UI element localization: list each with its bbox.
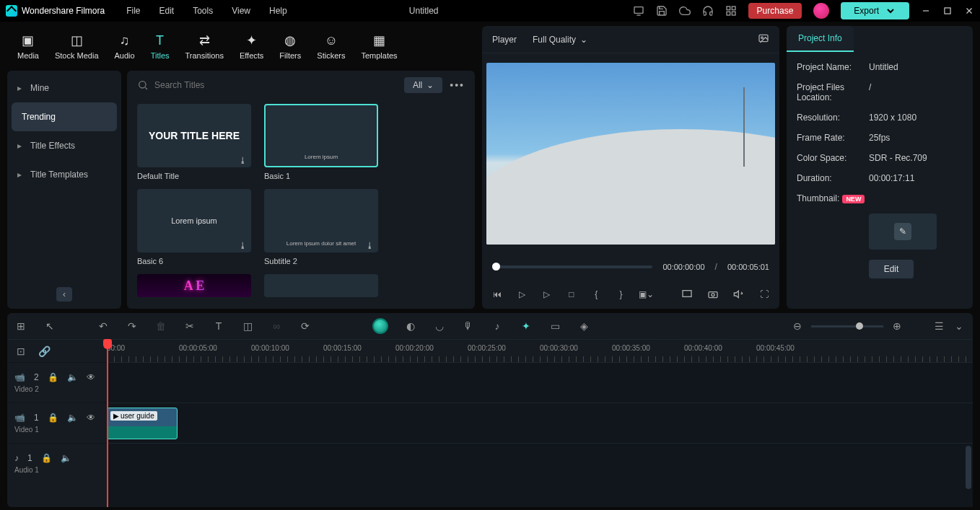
timeline-ruler[interactable]: 00:00 00:00:05:00 00:00:10:00 00:00:15:0… [107,340,973,362]
mute-icon[interactable]: 🔈 [61,453,71,463]
search-input[interactable] [154,80,397,90]
scrub-handle[interactable] [492,263,500,271]
category-mine[interactable]: ▸Mine [7,74,121,102]
download-icon[interactable]: ⭳ [366,241,374,250]
maximize-button[interactable] [942,6,953,16]
title-item[interactable]: A E [137,274,251,297]
collapse-sidebar-button[interactable]: ‹ [56,287,72,302]
title-thumbnail[interactable]: Lorem ipsum [264,104,378,167]
track-lane[interactable] [107,443,973,483]
scrub-track[interactable] [492,265,652,268]
download-icon[interactable]: ⭳ [239,241,247,250]
mark-out-button[interactable]: } [616,289,626,299]
cloud-icon[interactable] [679,5,691,17]
grid-icon[interactable] [725,5,737,17]
tab-media[interactable]: ▣Media [17,32,39,60]
zoom-in-button[interactable]: ⊕ [891,320,904,332]
cut-button[interactable]: ✂ [183,320,196,332]
playhead[interactable] [107,339,108,507]
close-button[interactable] [964,6,974,16]
vertical-scrollbar[interactable] [966,446,971,489]
music-button[interactable]: ♪ [491,320,504,332]
link-button[interactable]: ∞ [270,320,283,332]
title-thumbnail[interactable]: Lorem ipsum⭳ [137,189,251,252]
tab-transitions[interactable]: ⇄Transitions [185,32,224,60]
ai-avatar-icon[interactable] [372,318,388,334]
purchase-button[interactable]: Purchase [748,3,802,19]
record-button[interactable]: ▭ [548,320,561,332]
text-button[interactable]: T [212,320,225,332]
title-item[interactable]: Lorem ipsum⭳ Basic 6 [137,189,251,265]
quality-select[interactable]: Full Quality⌄ [533,35,587,45]
zoom-slider[interactable] [811,325,883,327]
camera-icon[interactable] [707,289,719,300]
more-options-button[interactable]: ••• [450,79,465,91]
menu-tools[interactable]: Tools [193,6,213,16]
download-icon[interactable]: ⭳ [239,156,247,164]
tab-stock-media[interactable]: ◫Stock Media [55,32,99,60]
eye-icon[interactable]: 👁 [87,413,95,423]
mute-icon[interactable]: 🔈 [67,413,78,423]
color-button[interactable]: ◐ [404,320,417,332]
lock-icon[interactable]: 🔒 [48,413,58,423]
volume-icon[interactable] [733,289,745,300]
voice-button[interactable]: 🎙 [462,320,475,332]
track-toggle-icon[interactable]: ⊡ [14,346,27,357]
cursor-icon[interactable]: ↖ [43,320,56,332]
delete-button[interactable]: 🗑 [154,320,167,332]
title-thumbnail[interactable]: YOUR TITLE HERE⭳ [137,104,251,167]
layout-icon[interactable]: ⊞ [14,320,27,332]
title-thumbnail[interactable]: A E [137,274,251,297]
tab-project-info[interactable]: Project Info [787,26,854,52]
zoom-handle[interactable] [856,322,863,330]
filter-all-button[interactable]: All⌄ [404,77,442,93]
title-thumbnail[interactable] [264,274,378,297]
track-header-audio1[interactable]: ♪1🔒🔈 Audio 1 [7,443,107,483]
stop-button[interactable]: □ [566,289,577,299]
play-button[interactable]: ▷ [542,289,552,299]
zoom-out-button[interactable]: ⊖ [791,320,804,332]
play-reverse-button[interactable]: ▷ [517,289,527,299]
thumbnail-preview[interactable]: ✎ [869,214,937,250]
marker-button[interactable]: ◡ [433,320,446,332]
track-lanes[interactable]: ▶ user guide [107,362,973,507]
speed-button[interactable]: ⟳ [299,320,312,332]
link-tracks-icon[interactable]: 🔗 [38,346,51,357]
undo-button[interactable]: ↶ [97,320,110,332]
track-header-video1[interactable]: 📹1🔒🔈👁 Video 1 [7,403,107,443]
prev-frame-button[interactable]: ⏮ [492,289,502,299]
menu-file[interactable]: File [126,6,140,16]
title-item[interactable]: YOUR TITLE HERE⭳ Default Title [137,104,251,180]
tab-effects[interactable]: ✦Effects [240,32,263,60]
category-title-effects[interactable]: ▸Title Effects [7,131,121,160]
mute-icon[interactable]: 🔈 [67,372,78,382]
title-item[interactable] [264,274,378,297]
lock-icon[interactable]: 🔒 [41,453,52,463]
redo-button[interactable]: ↷ [126,320,139,332]
title-item[interactable]: Lorem ipsum Basic 1 [264,104,378,180]
tab-stickers[interactable]: ☺Stickers [317,32,345,60]
tab-filters[interactable]: ◍Filters [279,32,301,60]
video-clip[interactable]: ▶ user guide [107,408,178,439]
chevron-down-icon[interactable]: ⌄ [953,320,966,332]
track-header-video2[interactable]: 📹2🔒🔈👁 Video 2 [7,362,107,403]
title-thumbnail[interactable]: Lorem ipsum dolor sit amet⭳ [264,189,378,252]
mark-in-button[interactable]: { [591,289,601,299]
menu-edit[interactable]: Edit [159,6,175,16]
edit-button[interactable]: Edit [869,260,914,278]
eye-icon[interactable]: 👁 [87,372,95,382]
user-avatar[interactable] [813,3,829,19]
player-view[interactable] [482,53,779,254]
display-icon[interactable] [681,289,693,300]
auto-button[interactable]: ✦ [520,320,533,332]
snapshot-icon[interactable] [758,32,769,46]
minimize-button[interactable] [921,6,931,16]
keyframe-button[interactable]: ◈ [577,320,590,332]
tab-titles[interactable]: TTitles [151,32,170,60]
headphones-icon[interactable] [702,5,714,17]
export-button[interactable]: Export [841,2,909,19]
crop-dropdown[interactable]: ▣⌄ [641,289,652,299]
fullscreen-icon[interactable]: ⛶ [759,289,769,299]
list-view-icon[interactable]: ☰ [932,320,945,332]
track-lane[interactable]: ▶ user guide [107,403,973,443]
